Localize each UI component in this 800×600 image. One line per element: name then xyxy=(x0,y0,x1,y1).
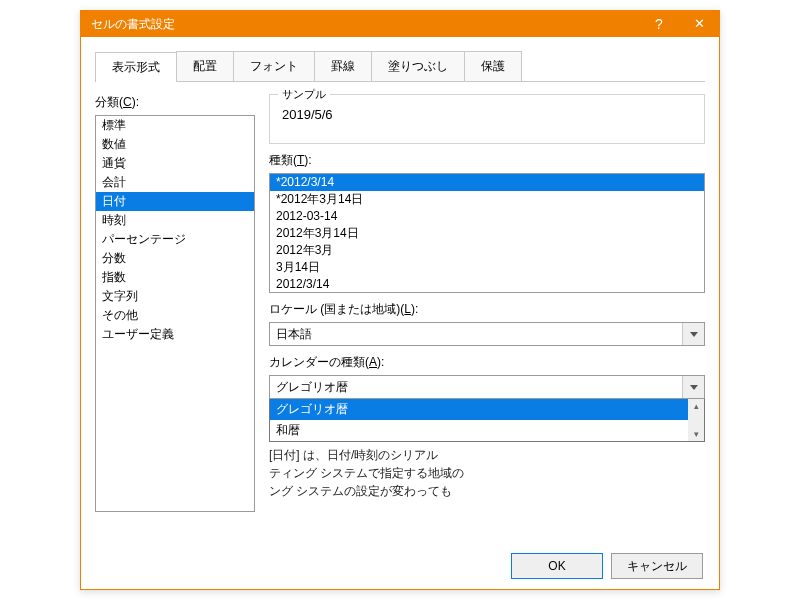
sample-value: 2019/5/6 xyxy=(280,103,694,122)
tab-border[interactable]: 罫線 xyxy=(314,51,372,81)
calendar-option-wareki[interactable]: 和暦 xyxy=(270,420,688,441)
locale-label: ロケール (国または地域)(L): xyxy=(269,301,705,318)
category-item[interactable]: パーセンテージ xyxy=(96,230,254,249)
calendar-label-pre: カレンダーの種類( xyxy=(269,355,369,369)
category-label-pre: 分類( xyxy=(95,95,123,109)
titlebar: セルの書式設定 ? ✕ xyxy=(81,11,719,37)
type-item[interactable]: 2012-03-14 xyxy=(270,208,704,225)
tab-number-format[interactable]: 表示形式 xyxy=(95,52,177,82)
category-item[interactable]: 数値 xyxy=(96,135,254,154)
cancel-button[interactable]: キャンセル xyxy=(611,553,703,579)
locale-select[interactable]: 日本語 xyxy=(269,322,705,346)
locale-label-pre: ロケール (国または地域)( xyxy=(269,302,404,316)
category-label: 分類(C): xyxy=(95,94,255,111)
calendar-value: グレゴリオ暦 xyxy=(276,379,348,396)
calendar-accel: A xyxy=(369,355,377,369)
calendar-select[interactable]: グレゴリオ暦 xyxy=(269,375,705,399)
scrollbar[interactable]: ▴ ▾ xyxy=(688,399,704,441)
calendar-label: カレンダーの種類(A): xyxy=(269,354,705,371)
type-item[interactable]: *2012年3月14日 xyxy=(270,191,704,208)
type-label: 種類(T): xyxy=(269,152,705,169)
type-item[interactable]: 3月14日 xyxy=(270,259,704,276)
category-item[interactable]: その他 xyxy=(96,306,254,325)
help-icon[interactable]: ? xyxy=(639,11,679,37)
type-label-post: ): xyxy=(304,153,311,167)
locale-label-post: ): xyxy=(411,302,418,316)
details-pane: サンプル 2019/5/6 種類(T): *2012/3/14 *2012年3月… xyxy=(255,94,705,512)
category-item[interactable]: 指数 xyxy=(96,268,254,287)
tab-protection[interactable]: 保護 xyxy=(464,51,522,81)
type-item[interactable]: 2012年3月 xyxy=(270,242,704,259)
category-item[interactable]: ユーザー定義 xyxy=(96,325,254,344)
calendar-dropdown: グレゴリオ暦 和暦 ▴ ▾ xyxy=(269,399,705,442)
locale-accel: L xyxy=(404,302,411,316)
tab-strip: 表示形式 配置 フォント 罫線 塗りつぶし 保護 xyxy=(95,51,705,82)
format-description: [日付] は、日付/時刻のシリアル ティング システムで指定する地域の ング シ… xyxy=(269,446,705,500)
chevron-down-icon[interactable] xyxy=(682,376,704,398)
category-accel: C xyxy=(123,95,132,109)
desc-line: ティング システムで指定する地域の xyxy=(269,464,705,482)
format-cells-dialog: セルの書式設定 ? ✕ 表示形式 配置 フォント 罫線 塗りつぶし 保護 分類(… xyxy=(80,10,720,590)
category-item[interactable]: 標準 xyxy=(96,116,254,135)
type-item[interactable]: 2012/3/14 xyxy=(270,276,704,293)
desc-line: ング システムの設定が変わっても xyxy=(269,482,705,500)
type-item[interactable]: *2012/3/14 xyxy=(270,174,704,191)
tab-fill[interactable]: 塗りつぶし xyxy=(371,51,465,81)
tab-font[interactable]: フォント xyxy=(233,51,315,81)
category-item[interactable]: 時刻 xyxy=(96,211,254,230)
category-list[interactable]: 標準 数値 通貨 会計 日付 時刻 パーセンテージ 分数 指数 文字列 その他 … xyxy=(95,115,255,512)
category-item[interactable]: 会計 xyxy=(96,173,254,192)
desc-line: [日付] は、日付/時刻のシリアル xyxy=(269,446,705,464)
category-item[interactable]: 文字列 xyxy=(96,287,254,306)
type-list[interactable]: *2012/3/14 *2012年3月14日 2012-03-14 2012年3… xyxy=(269,173,705,293)
calendar-label-post: ): xyxy=(377,355,384,369)
ok-button[interactable]: OK xyxy=(511,553,603,579)
tab-alignment[interactable]: 配置 xyxy=(176,51,234,81)
close-icon[interactable]: ✕ xyxy=(679,11,719,37)
category-item-date[interactable]: 日付 xyxy=(96,192,254,211)
tab-content: 分類(C): 標準 数値 通貨 会計 日付 時刻 パーセンテージ 分数 指数 文… xyxy=(95,82,705,512)
dialog-title: セルの書式設定 xyxy=(91,16,639,33)
category-label-post: ): xyxy=(132,95,139,109)
type-item[interactable]: 2012年3月14日 xyxy=(270,225,704,242)
category-item[interactable]: 通貨 xyxy=(96,154,254,173)
calendar-option-gregorian[interactable]: グレゴリオ暦 xyxy=(270,399,688,420)
sample-label: サンプル xyxy=(278,87,330,102)
scroll-up-icon[interactable]: ▴ xyxy=(688,399,704,413)
sample-group: サンプル 2019/5/6 xyxy=(269,94,705,144)
chevron-down-icon[interactable] xyxy=(682,323,704,345)
dialog-body: 表示形式 配置 フォント 罫線 塗りつぶし 保護 分類(C): 標準 数値 通貨… xyxy=(81,37,719,526)
scroll-down-icon[interactable]: ▾ xyxy=(688,427,704,441)
category-pane: 分類(C): 標準 数値 通貨 会計 日付 時刻 パーセンテージ 分数 指数 文… xyxy=(95,94,255,512)
category-item[interactable]: 分数 xyxy=(96,249,254,268)
locale-value: 日本語 xyxy=(276,326,312,343)
type-label-pre: 種類( xyxy=(269,153,297,167)
dialog-footer: OK キャンセル xyxy=(511,553,703,579)
